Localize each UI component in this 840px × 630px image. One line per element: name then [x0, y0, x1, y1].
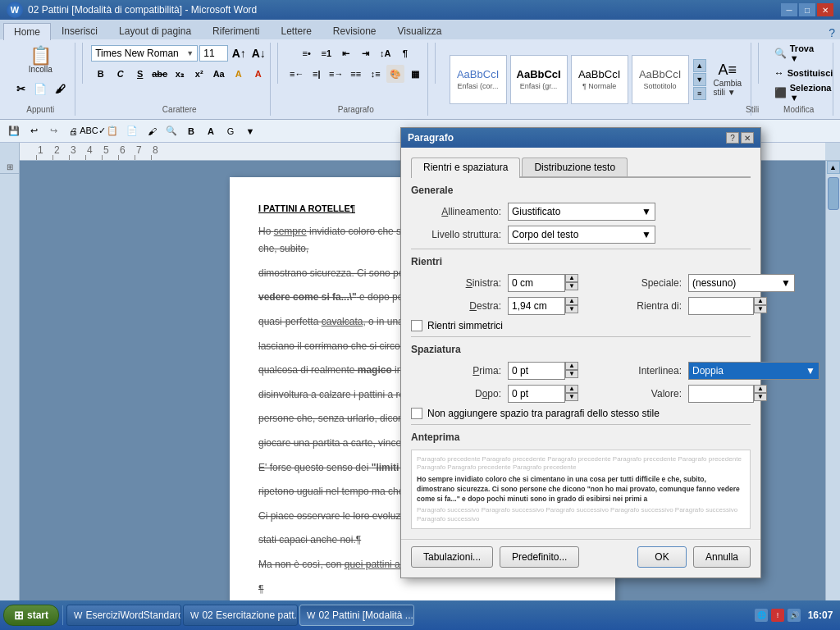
interlinea-label: Interlinea: — [591, 365, 682, 377]
sinistra-down[interactable]: ▼ — [565, 282, 578, 290]
allineamento-arrow: ▼ — [641, 206, 651, 217]
dopo-up[interactable]: ▲ — [565, 385, 578, 393]
spaziatura-section-title: Spaziatura — [411, 344, 751, 355]
preview-text-before: Paragrafo precedente Paragrafo precedent… — [417, 455, 745, 472]
spaziatura-left-col: Prima: 0 pt ▲ ▼ — [411, 362, 578, 408]
tab-distribuzione[interactable]: Distribuzione testo — [522, 158, 628, 176]
dialog-overlay: Paragrafo ? ✕ Rientri e spaziatura Distr… — [0, 0, 840, 630]
generale-section-title: Generale — [411, 185, 751, 196]
rientri-row: Sinistra: 0 cm ▲ ▼ — [411, 274, 751, 320]
rientri-simmetrici-checkbox[interactable] — [411, 320, 422, 331]
dialog-footer: Tabulazioni... Predefinito... OK Annulla — [401, 539, 760, 578]
dialog-title-bar: Paragrafo ? ✕ — [401, 128, 760, 148]
rientra-di-up[interactable]: ▲ — [754, 297, 767, 305]
speciale-row: Speciale: (nessuno) ▼ — [591, 274, 795, 292]
rientra-di-label: Rientra di: — [591, 300, 682, 312]
interlinea-row: Interlinea: Doppia ▼ — [591, 362, 819, 380]
destra-row: Destra: 1,94 cm ▲ ▼ — [411, 297, 578, 315]
no-spazio-label: Non aggiungere spazio tra paragrafi dell… — [427, 408, 660, 419]
livello-select[interactable]: Corpo del testo ▼ — [508, 226, 655, 244]
prima-row: Prima: 0 pt ▲ ▼ — [411, 362, 578, 380]
rientra-di-row: Rientra di: ▲ ▼ — [591, 297, 795, 315]
dopo-spinner: 0 pt ▲ ▼ — [508, 385, 578, 403]
dialog-content: Rientri e spaziatura Distribuzione testo… — [401, 148, 760, 539]
livello-arrow: ▼ — [641, 229, 651, 240]
dopo-down[interactable]: ▼ — [565, 393, 578, 401]
sep-spaziatura — [411, 336, 751, 337]
allineamento-row: Allineamento: Giustificato ▼ — [411, 203, 751, 221]
dialog-tabs: Rientri e spaziatura Distribuzione testo — [411, 158, 751, 178]
preview-box: Paragrafo precedente Paragrafo precedent… — [411, 450, 751, 529]
prima-down[interactable]: ▼ — [565, 370, 578, 378]
ok-button[interactable]: OK — [637, 546, 687, 568]
destra-down[interactable]: ▼ — [565, 305, 578, 313]
dopo-row: Dopo: 0 pt ▲ ▼ — [411, 385, 578, 403]
interlinea-select[interactable]: Doppia ▼ — [688, 362, 819, 380]
prima-spinner-btns: ▲ ▼ — [565, 362, 578, 380]
preview-text-main: Ho sempre invidiato coloro che si ciment… — [417, 475, 745, 504]
sinistra-spinner-btns: ▲ ▼ — [565, 274, 578, 292]
rientri-simmetrici-label: Rientri simmetrici — [427, 320, 503, 331]
speciale-arrow: ▼ — [781, 277, 791, 289]
allineamento-label-text: llineamento: — [448, 206, 501, 217]
destra-spinner-btns: ▲ ▼ — [565, 297, 578, 315]
destra-label: Destra: — [411, 300, 501, 312]
interlinea-value: Doppia — [692, 365, 724, 377]
rientra-di-spinner: ▲ ▼ — [688, 297, 767, 315]
valore-label: Valore: — [591, 388, 682, 399]
spaziatura-right-col: Interlinea: Doppia ▼ Valore: — [591, 362, 819, 408]
rientra-di-spinner-btns: ▲ ▼ — [754, 297, 767, 315]
valore-up[interactable]: ▲ — [754, 385, 767, 393]
dialog-help-button[interactable]: ? — [726, 132, 739, 144]
valore-spinner: ▲ ▼ — [688, 385, 767, 403]
destra-spinner: 1,94 cm ▲ ▼ — [508, 297, 578, 315]
sep-rientri — [411, 249, 751, 249]
anteprima-section-title: Anteprima — [411, 431, 751, 443]
speciale-value: (nessuno) — [692, 277, 736, 289]
rientri-left-col: Sinistra: 0 cm ▲ ▼ — [411, 274, 578, 320]
rientra-di-input[interactable] — [688, 297, 754, 315]
interlinea-arrow: ▼ — [806, 365, 815, 377]
rientri-simmetrici-row: Rientri simmetrici — [411, 320, 751, 331]
dopo-input[interactable]: 0 pt — [508, 385, 565, 403]
prima-input[interactable]: 0 pt — [508, 362, 565, 380]
rientra-di-down[interactable]: ▼ — [754, 305, 767, 313]
annulla-button[interactable]: Annulla — [693, 546, 751, 568]
sinistra-input[interactable]: 0 cm — [508, 274, 565, 292]
sinistra-spinner: 0 cm ▲ ▼ — [508, 274, 578, 292]
allineamento-select[interactable]: Giustificato ▼ — [508, 203, 655, 221]
tabulazioni-button[interactable]: Tabulazioni... — [411, 546, 493, 568]
allineamento-value: Giustificato — [512, 206, 560, 217]
prima-label: Prima: — [411, 365, 501, 377]
rientri-section-title: Rientri — [411, 256, 751, 267]
dialog-close-button[interactable]: ✕ — [741, 132, 754, 144]
speciale-label: Speciale: — [591, 277, 682, 289]
dialog-title-buttons: ? ✕ — [726, 132, 754, 144]
valore-input[interactable] — [688, 385, 754, 403]
no-spazio-checkbox[interactable] — [411, 408, 422, 419]
allineamento-label: Allineamento: — [411, 206, 501, 217]
sinistra-row: Sinistra: 0 cm ▲ ▼ — [411, 274, 578, 292]
predefinito-button[interactable]: Predefinito... — [500, 546, 579, 568]
prima-up[interactable]: ▲ — [565, 362, 578, 370]
sep-anteprima — [411, 424, 751, 425]
paragrafo-dialog: Paragrafo ? ✕ Rientri e spaziatura Distr… — [400, 127, 761, 578]
preview-text-after: Paragrafo successivo Paragrafo successiv… — [417, 506, 745, 523]
valore-spinner-btns: ▲ ▼ — [754, 385, 767, 403]
sinistra-up[interactable]: ▲ — [565, 274, 578, 282]
speciale-select[interactable]: (nessuno) ▼ — [688, 274, 795, 292]
tab-rientri-spaziatura[interactable]: Rientri e spaziatura — [411, 158, 520, 178]
valore-row: Valore: ▲ ▼ — [591, 385, 819, 403]
sinistra-label: Sinistra: — [411, 277, 501, 289]
spaziatura-row: Prima: 0 pt ▲ ▼ — [411, 362, 751, 408]
prima-spinner: 0 pt ▲ ▼ — [508, 362, 578, 380]
dialog-title: Paragrafo — [408, 132, 454, 144]
valore-down[interactable]: ▼ — [754, 393, 767, 401]
rientri-right-col: Speciale: (nessuno) ▼ Rientra di: — [591, 274, 795, 320]
destra-input[interactable]: 1,94 cm — [508, 297, 565, 315]
dopo-label: Dopo: — [411, 388, 501, 399]
no-spazio-row: Non aggiungere spazio tra paragrafi dell… — [411, 408, 751, 419]
livello-label: Livello struttura: — [411, 229, 501, 240]
destra-up[interactable]: ▲ — [565, 297, 578, 305]
livello-value: Corpo del testo — [512, 229, 578, 240]
